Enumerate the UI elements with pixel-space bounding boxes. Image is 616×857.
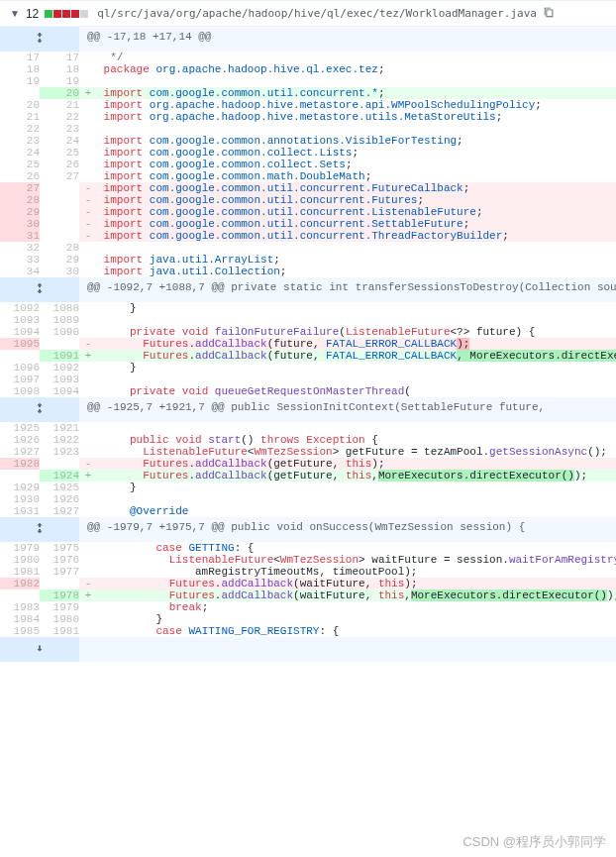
new-line-number[interactable]: 1088 xyxy=(40,302,79,314)
expand-hunk-button[interactable] xyxy=(0,517,79,542)
new-line-number[interactable]: 26 xyxy=(40,159,79,170)
old-line-number[interactable]: 1985 xyxy=(0,625,40,637)
new-line-number[interactable]: 27 xyxy=(40,170,79,182)
old-line-number[interactable] xyxy=(0,87,40,99)
old-line-number[interactable]: 33 xyxy=(0,254,40,266)
new-line-number[interactable] xyxy=(40,338,79,350)
old-line-number[interactable]: 34 xyxy=(0,266,40,277)
old-line-number[interactable]: 24 xyxy=(0,147,40,159)
hunk-header: @@ -1092,7 +1088,7 @@ private static int… xyxy=(0,277,616,302)
expand-icon[interactable] xyxy=(33,31,47,48)
old-line-number[interactable]: 1928 xyxy=(0,458,40,470)
expand-hunk-button[interactable] xyxy=(0,27,79,52)
new-line-number[interactable]: 17 xyxy=(40,52,79,63)
old-line-number[interactable]: 1927 xyxy=(0,446,40,458)
old-line-number[interactable]: 21 xyxy=(0,111,40,123)
old-line-number[interactable]: 22 xyxy=(0,123,40,135)
new-line-number[interactable]: 28 xyxy=(40,242,79,254)
new-line-number[interactable]: 1092 xyxy=(40,362,79,374)
new-line-number[interactable]: 1089 xyxy=(40,314,79,326)
new-line-number[interactable] xyxy=(40,218,79,230)
old-line-number[interactable]: 1925 xyxy=(0,422,40,434)
new-line-number[interactable]: 1094 xyxy=(40,385,79,397)
new-line-number[interactable] xyxy=(40,182,79,194)
new-line-number[interactable]: 1922 xyxy=(40,434,79,446)
old-line-number[interactable]: 1931 xyxy=(0,505,40,517)
old-line-number[interactable]: 1095 xyxy=(0,338,40,350)
copy-icon[interactable] xyxy=(543,6,555,21)
expand-hunk-button[interactable] xyxy=(0,277,79,302)
new-line-number[interactable]: 25 xyxy=(40,147,79,159)
old-line-number[interactable]: 1982 xyxy=(0,578,40,589)
old-line-number[interactable]: 27 xyxy=(0,182,40,194)
old-line-number[interactable]: 1098 xyxy=(0,385,40,397)
old-line-number[interactable]: 1984 xyxy=(0,613,40,625)
file-path[interactable]: ql/src/java/org/apache/hadoop/hive/ql/ex… xyxy=(97,7,537,20)
new-line-number[interactable]: 1975 xyxy=(40,542,79,554)
new-line-number[interactable]: 24 xyxy=(40,135,79,147)
new-line-number[interactable]: 1924 xyxy=(40,470,79,482)
old-line-number[interactable]: 17 xyxy=(0,52,40,63)
old-line-number[interactable]: 1983 xyxy=(0,601,40,613)
old-line-number[interactable] xyxy=(0,350,40,362)
new-line-number[interactable]: 1921 xyxy=(40,422,79,434)
old-line-number[interactable] xyxy=(0,470,40,482)
new-line-number[interactable] xyxy=(40,206,79,218)
old-line-number[interactable]: 32 xyxy=(0,242,40,254)
old-line-number[interactable]: 20 xyxy=(0,99,40,111)
old-line-number[interactable]: 1094 xyxy=(0,326,40,338)
old-line-number[interactable]: 1096 xyxy=(0,362,40,374)
old-line-number[interactable]: 1926 xyxy=(0,434,40,446)
old-line-number[interactable]: 26 xyxy=(0,170,40,182)
expand-hunk-button[interactable] xyxy=(0,397,79,422)
old-line-number[interactable]: 1093 xyxy=(0,314,40,326)
new-line-number[interactable]: 1981 xyxy=(40,625,79,637)
new-line-number[interactable]: 1927 xyxy=(40,505,79,517)
old-line-number[interactable]: 25 xyxy=(0,159,40,170)
old-line-number[interactable]: 1930 xyxy=(0,493,40,505)
new-line-number[interactable]: 29 xyxy=(40,254,79,266)
expand-icon[interactable] xyxy=(33,401,47,418)
old-line-number[interactable]: 29 xyxy=(0,206,40,218)
old-line-number[interactable]: 18 xyxy=(0,63,40,75)
new-line-number[interactable]: 20 xyxy=(40,87,79,99)
new-line-number[interactable]: 1926 xyxy=(40,493,79,505)
new-line-number[interactable]: 1979 xyxy=(40,601,79,613)
new-line-number[interactable]: 1093 xyxy=(40,374,79,385)
new-line-number[interactable]: 22 xyxy=(40,111,79,123)
old-line-number[interactable]: 1097 xyxy=(0,374,40,385)
old-line-number[interactable]: 23 xyxy=(0,135,40,147)
new-line-number[interactable]: 1976 xyxy=(40,554,79,566)
old-line-number[interactable]: 1929 xyxy=(0,482,40,493)
expand-icon[interactable] xyxy=(33,281,47,298)
new-line-number[interactable] xyxy=(40,458,79,470)
new-line-number[interactable]: 1090 xyxy=(40,326,79,338)
new-line-number[interactable]: 1978 xyxy=(40,589,79,601)
new-line-number[interactable] xyxy=(40,194,79,206)
new-line-number[interactable]: 30 xyxy=(40,266,79,277)
old-line-number[interactable]: 31 xyxy=(0,230,40,242)
old-line-number[interactable]: 1092 xyxy=(0,302,40,314)
new-line-number[interactable]: 23 xyxy=(40,123,79,135)
old-line-number[interactable]: 1981 xyxy=(0,566,40,578)
expand-hunk-button[interactable] xyxy=(0,637,79,662)
old-line-number[interactable]: 19 xyxy=(0,75,40,87)
new-line-number[interactable] xyxy=(40,230,79,242)
chevron-down-icon[interactable]: ▼ xyxy=(10,8,20,19)
old-line-number[interactable]: 1979 xyxy=(0,542,40,554)
old-line-number[interactable] xyxy=(0,589,40,601)
new-line-number[interactable]: 21 xyxy=(40,99,79,111)
old-line-number[interactable]: 1980 xyxy=(0,554,40,566)
new-line-number[interactable]: 1977 xyxy=(40,566,79,578)
new-line-number[interactable]: 1980 xyxy=(40,613,79,625)
new-line-number[interactable]: 18 xyxy=(40,63,79,75)
new-line-number[interactable]: 1923 xyxy=(40,446,79,458)
expand-icon[interactable] xyxy=(33,641,47,658)
new-line-number[interactable]: 1091 xyxy=(40,350,79,362)
new-line-number[interactable]: 1925 xyxy=(40,482,79,493)
new-line-number[interactable]: 19 xyxy=(40,75,79,87)
old-line-number[interactable]: 30 xyxy=(0,218,40,230)
old-line-number[interactable]: 28 xyxy=(0,194,40,206)
new-line-number[interactable] xyxy=(40,578,79,589)
expand-icon[interactable] xyxy=(33,521,47,538)
